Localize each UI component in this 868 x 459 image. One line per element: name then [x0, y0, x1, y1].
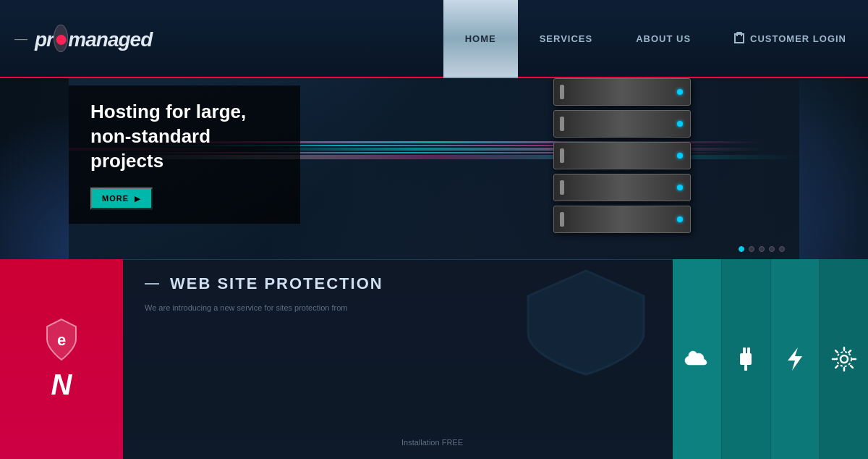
- lightning-icon: [782, 346, 808, 372]
- slider-dot-3[interactable]: [759, 246, 765, 252]
- hero-text-box: Hosting for large, non-standard projects…: [69, 85, 300, 224]
- main-content: WEB SITE PROTECTION We are introducing a…: [123, 259, 673, 459]
- slider-dot-5[interactable]: [779, 246, 785, 252]
- feature-cloud[interactable]: [673, 259, 722, 459]
- svg-point-5: [841, 355, 848, 363]
- server-unit-3: [553, 142, 691, 169]
- server-unit-2: [553, 110, 691, 138]
- shield-container: e N: [43, 318, 80, 401]
- shield-bg-decoration: [521, 267, 651, 459]
- logo-dash: —: [14, 31, 27, 46]
- title-dash: [145, 283, 159, 285]
- nav-home[interactable]: HOME: [443, 0, 518, 77]
- gear-icon: [831, 346, 857, 372]
- server-unit-5: [553, 206, 691, 233]
- lower-section: e N WEB SITE PROTECTION We are introduci…: [0, 259, 868, 459]
- sidebar-letter: N: [51, 369, 72, 401]
- cloud-icon: [684, 346, 710, 372]
- more-arrow-icon: ▶: [135, 195, 141, 203]
- logo-pro: pr: [35, 28, 54, 51]
- install-badge: Installation FREE: [401, 435, 463, 448]
- logo-area: — pr●managed: [0, 0, 174, 77]
- section-title: WEB SITE PROTECTION: [170, 274, 383, 293]
- nav-customer-login-label: CUSTOMER LOGIN: [750, 33, 846, 44]
- feature-settings[interactable]: [820, 259, 868, 459]
- main-nav: HOME SERVICES ABOUT US CUSTOMER LOGIN: [174, 0, 868, 77]
- svg-text:e: e: [57, 331, 66, 349]
- server-unit-1: [553, 78, 691, 106]
- more-button-label: MORE: [102, 195, 129, 203]
- feature-power[interactable]: [722, 259, 771, 459]
- logo-managed: managed: [68, 28, 152, 51]
- nav-customer-login[interactable]: CUSTOMER LOGIN: [712, 0, 868, 77]
- sidebar-tab: e N: [0, 259, 123, 459]
- slider-dot-1[interactable]: [739, 246, 744, 252]
- hero-title: Hosting for large, non-standard projects: [90, 100, 278, 173]
- svg-point-6: [837, 352, 851, 366]
- svg-rect-4: [744, 365, 747, 371]
- server-unit-4: [553, 174, 691, 201]
- feature-lightning[interactable]: [771, 259, 820, 459]
- features-panel: [673, 259, 868, 459]
- header: — pr●managed HOME SERVICES ABOUT US CUST…: [0, 0, 868, 78]
- nav-about[interactable]: ABOUT US: [614, 0, 712, 77]
- install-label: Installation FREE: [401, 438, 463, 447]
- power-icon: [733, 346, 759, 372]
- logo-dot: ●: [54, 25, 68, 52]
- login-icon: [734, 33, 744, 43]
- section-description: We are introducing a new service for sit…: [145, 302, 434, 315]
- more-button[interactable]: MORE ▶: [90, 188, 153, 210]
- slider-dot-4[interactable]: [769, 246, 775, 252]
- svg-rect-3: [740, 353, 752, 365]
- server-image: [553, 78, 712, 259]
- logo: pr●managed: [35, 25, 152, 52]
- nav-services[interactable]: SERVICES: [518, 0, 615, 77]
- slider-dot-2[interactable]: [749, 246, 754, 252]
- slider-dots: [739, 246, 785, 252]
- shield-icon: e: [43, 318, 80, 361]
- hero-banner: Hosting for large, non-standard projects…: [69, 78, 799, 259]
- server-stack: [553, 78, 712, 259]
